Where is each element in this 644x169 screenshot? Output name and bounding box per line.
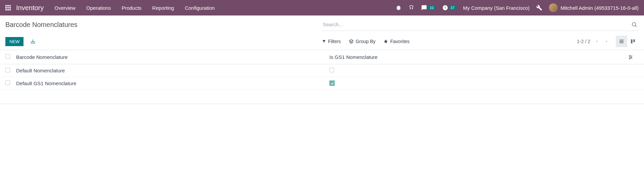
row-name: Default GS1 Nomenclature [16, 80, 322, 86]
gs1-checked-icon [329, 80, 335, 86]
app-brand[interactable]: Inventory [16, 4, 44, 12]
nav-operations[interactable]: Operations [86, 5, 111, 11]
nav-reporting[interactable]: Reporting [152, 5, 174, 11]
svg-rect-2 [631, 39, 633, 43]
pager-text[interactable]: 1-2 / 2 [577, 39, 590, 44]
control-panel: Barcode Nomenclatures NEW Filters [0, 15, 644, 50]
nav-menu: Overview Operations Products Reporting C… [54, 5, 215, 11]
tools-icon[interactable] [536, 5, 542, 11]
filters-label: Filters [328, 39, 341, 44]
new-button[interactable]: NEW [5, 37, 24, 46]
download-button[interactable] [29, 37, 37, 45]
gs1-unchecked-icon [329, 68, 334, 72]
row-is-gs1 [322, 68, 628, 73]
apps-icon[interactable] [5, 5, 11, 10]
svg-point-7 [631, 57, 632, 58]
pager: 1-2 / 2 [577, 38, 610, 44]
svg-point-0 [632, 23, 636, 26]
row-is-gs1 [322, 80, 628, 86]
view-switcher [616, 36, 639, 47]
table-row[interactable]: Default Nomenclature [0, 64, 644, 77]
table-row[interactable]: Default GS1 Nomenclature [0, 77, 644, 90]
search-bar [322, 20, 639, 31]
select-all-checkbox[interactable] [5, 54, 10, 59]
activities-badge: 37 [449, 5, 456, 10]
topbar: Inventory Overview Operations Products R… [0, 0, 644, 15]
row-checkbox[interactable] [5, 68, 10, 72]
user-name: Mitchell Admin (49533715-16-0-all) [560, 5, 639, 11]
favorites-label: Favorites [390, 39, 410, 44]
activities-icon[interactable]: 37 [442, 5, 456, 11]
row-checkbox[interactable] [5, 80, 10, 85]
table-footer [0, 90, 644, 104]
filters-button[interactable]: Filters [322, 39, 341, 44]
view-list-button[interactable] [616, 36, 627, 47]
col-is-gs1[interactable]: Is GS1 Nomenclature [322, 54, 628, 60]
nav-configuration[interactable]: Configuration [185, 5, 215, 11]
pager-next[interactable] [603, 38, 610, 44]
nav-overview[interactable]: Overview [54, 5, 76, 11]
table: Barcode Nomenclature Is GS1 Nomenclature… [0, 50, 644, 104]
groupby-button[interactable]: Group By [349, 39, 375, 44]
favorites-button[interactable]: Favorites [383, 39, 410, 44]
svg-point-9 [630, 58, 631, 59]
search-options: Filters Group By Favorites [322, 39, 577, 44]
svg-point-5 [630, 55, 631, 56]
pager-prev[interactable] [593, 38, 600, 44]
topbar-right: 10 37 My Company (San Francisco) Mitchel… [396, 3, 639, 12]
debug-icon[interactable] [396, 5, 402, 11]
avatar [549, 3, 558, 12]
discuss-icon[interactable]: 10 [421, 5, 435, 11]
table-header: Barcode Nomenclature Is GS1 Nomenclature [0, 50, 644, 64]
nav-products[interactable]: Products [122, 5, 141, 11]
user-menu[interactable]: Mitchell Admin (49533715-16-0-all) [549, 3, 639, 12]
table-options-icon[interactable] [628, 55, 639, 60]
discuss-badge: 10 [428, 5, 435, 10]
groupby-label: Group By [356, 39, 375, 44]
topbar-left: Inventory Overview Operations Products R… [5, 4, 215, 12]
view-kanban-button[interactable] [627, 36, 639, 47]
col-name[interactable]: Barcode Nomenclature [16, 54, 322, 60]
phone-icon[interactable] [408, 5, 414, 11]
svg-rect-3 [633, 39, 635, 42]
page-title: Barcode Nomenclatures [5, 20, 322, 29]
search-input[interactable] [322, 20, 630, 29]
search-button[interactable] [630, 20, 639, 29]
company-selector[interactable]: My Company (San Francisco) [463, 5, 530, 11]
row-name: Default Nomenclature [16, 68, 322, 73]
svg-line-1 [635, 26, 636, 27]
